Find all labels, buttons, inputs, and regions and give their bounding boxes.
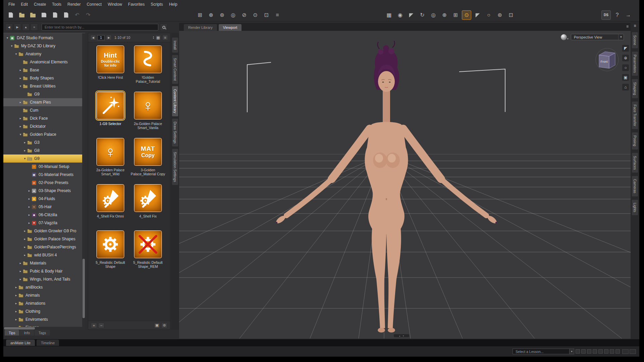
page-number-input[interactable] [97, 35, 105, 40]
menu-file[interactable]: File [5, 1, 18, 8]
draw-style-sphere-icon[interactable] [561, 34, 567, 40]
tree-item-cum[interactable]: Cum [3, 106, 85, 114]
expander-closed-icon[interactable]: ▸ [23, 149, 27, 152]
tree-horizontal-scrollbar[interactable] [3, 327, 82, 330]
expander-closed-icon[interactable]: ▸ [18, 101, 22, 104]
translate-tool-icon[interactable]: ⊕ [440, 10, 449, 20]
expander-closed-icon[interactable]: ▸ [14, 302, 18, 305]
zoom-tool-icon[interactable]: ○ [622, 64, 629, 71]
expander-closed-icon[interactable]: ▸ [27, 221, 31, 225]
gear-tool-icon[interactable]: ⊛ [495, 10, 504, 20]
expander-closed-icon[interactable]: ▸ [27, 197, 31, 200]
dock-tab-scene[interactable]: Scene [632, 32, 638, 48]
tree-item-g9[interactable]: G9 [3, 90, 85, 98]
thumbnail-golden-palace-tutorial[interactable] [133, 45, 162, 74]
tree-vertical-scrollbar[interactable] [82, 33, 85, 330]
expander-closed-icon[interactable]: ▸ [23, 245, 27, 249]
tree-item-enviroments[interactable]: ▸Enviroments [3, 315, 85, 323]
create-null-icon[interactable]: ◎ [228, 10, 238, 20]
up-icon[interactable]: ▲ [22, 23, 30, 31]
lesson-nav-button[interactable] [604, 349, 608, 354]
lesson-prev-icon[interactable] [622, 349, 629, 354]
dock-tab-parameters[interactable]: Parameters [632, 52, 638, 76]
tree-item-00-manual-setup[interactable]: ♀00-Manual Setup [3, 163, 85, 171]
menu-favorites[interactable]: Favorites [125, 1, 148, 8]
new-file-icon[interactable] [6, 10, 15, 20]
aim-camera-icon[interactable]: ⊙ [251, 10, 260, 20]
view-navigation-cube[interactable]: Front [594, 46, 621, 73]
add-content-icon[interactable]: + [91, 323, 97, 328]
dock-tab-lights[interactable]: Lights [632, 200, 638, 215]
expander-closed-icon[interactable]: ▸ [14, 286, 18, 289]
lesson-nav-button[interactable] [615, 349, 620, 354]
tree-item-golden-palace-shapes[interactable]: ▸Golden Palace Shapes [3, 235, 85, 243]
page-spinner[interactable]: ▴▾ [153, 36, 154, 39]
pan-tool-icon[interactable]: ⊕ [622, 55, 629, 61]
dock-tab-shaping[interactable]: Shaping [632, 79, 638, 98]
rotate-tool-icon[interactable]: ↻ [418, 10, 427, 20]
duplicate-icon[interactable]: ▣ [154, 323, 160, 328]
tree-item-anatomical-elements[interactable]: Anatomical Elements [3, 58, 85, 66]
menu-render[interactable]: Render [64, 1, 84, 8]
tree-item-my-daz-3d-library[interactable]: ▾My DAZ 3D Library [3, 42, 85, 50]
dock-tab-draw-settings[interactable]: Draw Settings [172, 119, 178, 146]
grid-view-icon[interactable]: ▦ [155, 35, 161, 40]
render-camera-icon[interactable]: ⊡ [506, 10, 516, 20]
tab-tags[interactable]: Tags [35, 330, 50, 336]
expander-closed-icon[interactable]: ▸ [27, 205, 31, 208]
import-icon[interactable]: ↓ [50, 10, 60, 20]
open-icon[interactable] [17, 10, 26, 20]
dock-tab-face-transfer[interactable]: Face Transfer [632, 102, 638, 129]
lesson-select[interactable]: Select a Lesson... ▼ [513, 349, 574, 354]
menu-window[interactable]: Window [105, 1, 125, 8]
tree-item-animations[interactable]: ▸Animations [3, 299, 85, 307]
list-view-icon[interactable]: ≡ [31, 23, 38, 31]
active-pose-tool-icon[interactable]: ⊙ [462, 10, 471, 20]
tree-item-cream-pies[interactable]: ▸Cream Pies [3, 98, 85, 106]
tree-item-03-shape-presets[interactable]: ▸▲03-Shape Presets [3, 187, 85, 195]
search-input[interactable] [42, 24, 158, 31]
thumbnail-2a-golden-palace-smart-wild[interactable]: ♀ [96, 137, 125, 166]
tree-item-dick-face[interactable]: ▸Dick Face [3, 114, 85, 122]
expander-closed-icon[interactable]: ▸ [23, 253, 27, 257]
lesson-nav-button[interactable] [593, 349, 597, 354]
tree-item-01-material-presets[interactable]: ▦01-Material Presets [3, 171, 85, 179]
thumbnail-4-shell-fix[interactable] [133, 184, 162, 213]
scale-tool-icon[interactable]: ⊞ [451, 10, 460, 20]
pane-menu-icon[interactable]: ≡ [634, 23, 636, 29]
menu-help[interactable]: Help [166, 1, 180, 8]
content-options-icon[interactable]: ⊛ [161, 323, 167, 328]
expander-closed-icon[interactable]: ▸ [14, 310, 18, 313]
dock-tab-smart-content[interactable]: Smart Content [172, 55, 178, 84]
forward-icon[interactable]: ▶ [14, 23, 21, 31]
tree-item-dicktator[interactable]: ▸Dicktator [3, 122, 85, 130]
tree-item-animals[interactable]: ▸Animals [3, 291, 85, 299]
dock-tab-surfaces[interactable]: Surfaces [632, 153, 638, 173]
dock-tab-cameras[interactable]: Cameras [632, 176, 638, 196]
tab-timeline[interactable]: Timeline [37, 340, 59, 346]
tree-item-wings-horn-and-tails[interactable]: ▸Wings, Horn, And Tails [3, 275, 85, 283]
tree-item-goldenpalacepiercings[interactable]: ▸GoldenPalacePiercings [3, 243, 85, 251]
menu-scripts[interactable]: Scripts [148, 1, 166, 8]
camera-view-select[interactable]: Perspective View ▼ [571, 34, 624, 40]
grid-snap-icon[interactable]: ▦ [384, 10, 394, 20]
expander-open-icon[interactable]: ▾ [18, 84, 22, 88]
tree-item-05-hair[interactable]: ▸≈05-Hair [3, 203, 85, 211]
menu-tools[interactable]: Tools [49, 1, 64, 8]
tree-item-02-pose-presets[interactable]: ◎02-Pose Presets [3, 179, 85, 187]
thumbnail-4-shell-fix-omni[interactable] [96, 184, 125, 213]
human-figure-model[interactable] [275, 41, 498, 333]
expander-closed-icon[interactable]: ▸ [18, 68, 22, 72]
tree-item-g9[interactable]: ▾G9 [3, 155, 85, 163]
tree-item-base[interactable]: ▸Base [3, 66, 85, 74]
lesson-nav-button[interactable] [581, 349, 586, 354]
thumbnail-3-golden-palace-material-copy[interactable]: MATCopy [133, 137, 162, 166]
tree-item-golden-palace[interactable]: ▾Golden Palace [3, 130, 85, 138]
remove-content-icon[interactable]: − [98, 323, 104, 328]
expander-closed-icon[interactable]: ▸ [18, 117, 22, 120]
orbit-cursor-icon[interactable]: ◤ [622, 45, 629, 52]
home-view-icon[interactable]: ⌂ [622, 84, 629, 90]
expander-closed-icon[interactable]: ▸ [23, 141, 27, 144]
expander-closed-icon[interactable]: ▸ [18, 76, 22, 80]
pane-menu-icon[interactable]: ≡ [626, 24, 629, 29]
